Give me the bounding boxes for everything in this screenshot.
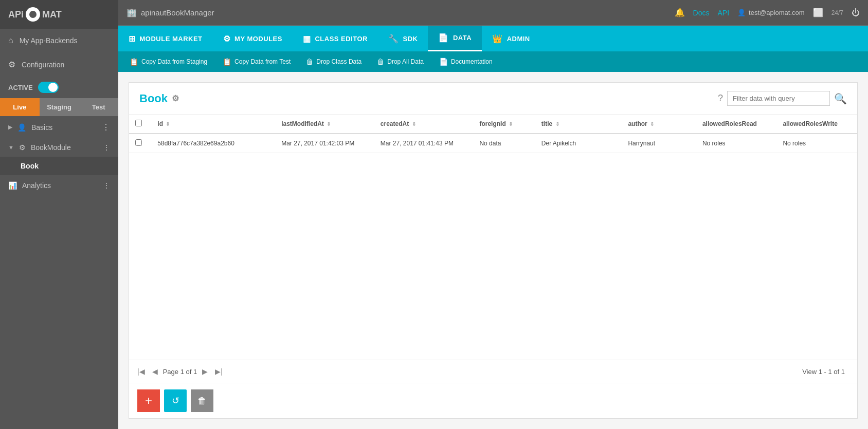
row-checkbox-cell (129, 134, 151, 153)
copy-staging-icon: 📋 (130, 58, 138, 66)
sort-icon-lastmod: ⇕ (327, 121, 331, 127)
user-icon: 👤 (737, 9, 746, 16)
table-col-author[interactable]: author ⇕ (622, 115, 696, 134)
sidebar-item-book[interactable]: Book (0, 157, 118, 175)
more-icon-analytics[interactable]: ⋮ (103, 181, 110, 190)
sidebar-item-my-app-backends[interactable]: ⌂ My App-Backends (0, 29, 118, 52)
person-icon: 👤 (17, 123, 26, 132)
book-header: Book ⚙ ? 🔍 (129, 83, 857, 115)
tab-class-editor[interactable]: ▦ CLASS EDITOR (293, 26, 378, 51)
support-icon[interactable]: 24/7 (831, 9, 843, 16)
module-market-icon: ⊞ (129, 34, 136, 44)
sidebar-section-basics[interactable]: ▶ 👤 Basics ⋮ (0, 116, 118, 138)
table-col-title[interactable]: title ⇕ (535, 115, 622, 134)
sidebar-section-bookmodule[interactable]: ▼ ⚙ BookModule ⋮ (0, 138, 118, 157)
delete-button[interactable]: 🗑 (191, 389, 213, 412)
copy-test-icon: 📋 (223, 58, 231, 66)
table-row[interactable]: 58d8fa776c7a382e69a2b60 Mar 27, 2017 01:… (129, 134, 857, 153)
env-tab-staging[interactable]: Staging (40, 98, 79, 116)
notification-icon[interactable]: 🔔 (675, 8, 685, 17)
sidebar-logo: APi MAT (0, 0, 118, 29)
sidebar-item-analytics[interactable]: 📊 Analytics ⋮ (0, 175, 118, 196)
tab-sdk[interactable]: 🔧 SDK (378, 26, 428, 51)
chevron-right-icon: ▶ (8, 124, 12, 130)
table-col-roles-write[interactable]: allowedRolesWrite (776, 115, 857, 134)
help-icon[interactable]: ? (718, 93, 723, 104)
sub-nav: 📋 Copy Data from Staging 📋 Copy Data fro… (118, 51, 868, 72)
more-icon[interactable]: ⋮ (102, 122, 110, 132)
tab-my-modules[interactable]: ⚙ MY MODULES (213, 26, 293, 51)
sort-icon-foreignid: ⇕ (509, 121, 513, 127)
tab-admin[interactable]: 👑 ADMIN (482, 26, 540, 51)
docs-link[interactable]: Docs (693, 9, 710, 17)
tab-data[interactable]: 📄 DATA (428, 26, 482, 51)
page-prev-button[interactable]: ◀ (150, 366, 160, 377)
select-all-checkbox[interactable] (135, 120, 142, 126)
sub-nav-copy-test[interactable]: 📋 Copy Data from Test (215, 51, 298, 72)
module-icon: ⚙ (19, 143, 26, 152)
pagination-bar: |◀ ◀ Page 1 of 1 ▶ ▶| View 1 - 1 of 1 (129, 360, 857, 383)
user-info: 👤 test@apiomat.com (737, 9, 805, 16)
table-col-lastmodifiedat[interactable]: lastModifiedAt ⇕ (275, 115, 374, 134)
logo-circle (26, 7, 40, 22)
nav-tabs: ⊞ MODULE MARKET ⚙ MY MODULES ▦ CLASS EDI… (118, 26, 868, 51)
book-settings-icon[interactable]: ⚙ (172, 94, 179, 103)
cell-roles-write: No roles (776, 134, 857, 153)
drop-all-icon: 🗑 (377, 58, 384, 66)
gear-icon: ⚙ (8, 60, 15, 69)
sidebar-item-configuration[interactable]: ⚙ Configuration (0, 52, 118, 77)
refresh-button[interactable]: ↺ (164, 389, 187, 412)
page-last-button[interactable]: ▶| (213, 366, 225, 377)
tab-module-market[interactable]: ⊞ MODULE MARKET (118, 26, 213, 51)
content-area: Book ⚙ ? 🔍 (118, 72, 868, 429)
sub-nav-drop-all[interactable]: 🗑 Drop All Data (370, 51, 431, 72)
content-inner: Book ⚙ ? 🔍 (129, 82, 858, 419)
sidebar: APi MAT ⌂ My App-Backends ⚙ Configuratio… (0, 0, 118, 429)
sort-icon-author: ⇕ (650, 121, 654, 127)
sub-nav-copy-staging[interactable]: 📋 Copy Data from Staging (122, 51, 214, 72)
more-icon-bookmodule[interactable]: ⋮ (103, 143, 110, 152)
cell-id: 58d8fa776c7a382e69a2b60 (151, 134, 275, 153)
window-icon[interactable]: ⬜ (813, 8, 823, 17)
add-button[interactable]: + (137, 389, 160, 412)
page-next-button[interactable]: ▶ (200, 366, 210, 377)
top-header: 🏢 apinautBookManager 🔔 Docs API 👤 test@a… (118, 0, 868, 26)
app-title-bar: 🏢 apinautBookManager (126, 8, 214, 17)
my-modules-icon: ⚙ (223, 34, 231, 44)
sort-icon-title: ⇕ (555, 121, 559, 127)
page-first-button[interactable]: |◀ (135, 366, 147, 377)
env-tabs: Live Staging Test (0, 98, 118, 116)
sub-nav-drop-class[interactable]: 🗑 Drop Class Data (299, 51, 369, 72)
filter-input[interactable] (727, 91, 830, 106)
data-icon: 📄 (438, 33, 449, 43)
drop-class-icon: 🗑 (306, 58, 313, 66)
power-icon[interactable]: ⏻ (852, 8, 860, 17)
env-tab-test[interactable]: Test (79, 98, 118, 116)
building-icon: 🏢 (126, 8, 137, 17)
cell-roles-read: No roles (696, 134, 777, 153)
active-toggle[interactable] (38, 82, 59, 93)
book-title: Book ⚙ (139, 92, 179, 105)
table-col-checkbox (129, 115, 151, 134)
data-table-wrapper: id ⇕ lastModifiedAt ⇕ createdAt ⇕ (129, 115, 857, 360)
cell-createdat: Mar 27, 2017 01:41:43 PM (374, 134, 474, 153)
row-checkbox[interactable] (135, 139, 142, 146)
view-info: View 1 - 1 of 1 (802, 368, 845, 376)
env-tab-live[interactable]: Live (0, 98, 40, 116)
table-col-createdat[interactable]: createdAt ⇕ (374, 115, 474, 134)
cell-author: Harrynaut (622, 134, 696, 153)
table-col-foreignid[interactable]: foreignId ⇕ (473, 115, 535, 134)
table-col-id[interactable]: id ⇕ (151, 115, 275, 134)
active-toggle-row: ACTIVE (0, 77, 118, 98)
sdk-icon: 🔧 (388, 34, 399, 44)
search-icon[interactable]: 🔍 (834, 92, 847, 105)
home-icon: ⌂ (8, 36, 13, 45)
app-name: apinautBookManager (141, 8, 214, 17)
table-col-roles-read[interactable]: allowedRolesRead (696, 115, 777, 134)
api-link[interactable]: API (717, 9, 729, 17)
main-content: 🏢 apinautBookManager 🔔 Docs API 👤 test@a… (118, 0, 868, 429)
cell-foreignid: No data (473, 134, 535, 153)
sub-nav-documentation[interactable]: 📄 Documentation (432, 51, 500, 72)
user-email: test@apiomat.com (749, 9, 805, 16)
admin-icon: 👑 (492, 34, 503, 44)
